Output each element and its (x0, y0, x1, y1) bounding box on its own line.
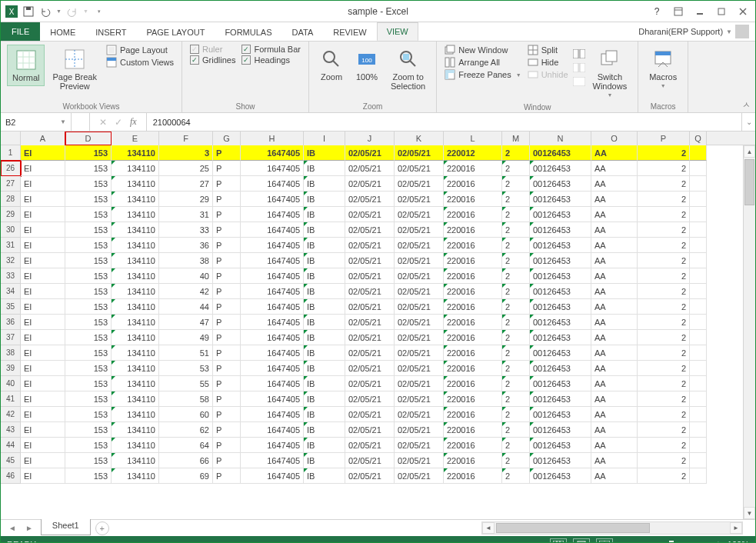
cell[interactable]: 3 (159, 145, 213, 161)
cell[interactable] (690, 407, 707, 422)
account-name[interactable]: Dharani(ERP Support) (638, 27, 723, 36)
cell[interactable]: IB (304, 407, 345, 422)
cell[interactable]: 51 (159, 345, 213, 361)
cell[interactable]: 2 (502, 284, 530, 299)
cell[interactable]: 00126453 (530, 176, 591, 192)
column-header[interactable]: L (444, 132, 502, 145)
cell[interactable]: 02/05/21 (395, 161, 444, 176)
cell[interactable]: 1647405 (241, 330, 304, 345)
cell[interactable]: 62 (159, 422, 213, 438)
cell[interactable]: IB (304, 422, 345, 438)
row-header[interactable]: 43 (1, 422, 21, 438)
cell[interactable]: EI (21, 376, 65, 391)
ruler-checkbox[interactable]: ✓Ruler (188, 45, 237, 54)
cell[interactable]: 2 (638, 145, 690, 161)
cell[interactable]: 1647405 (241, 453, 304, 468)
zoom-in-button[interactable]: + (715, 538, 721, 543)
cell[interactable]: 2 (638, 238, 690, 253)
row-header[interactable]: 41 (1, 391, 21, 407)
cell[interactable]: 134110 (112, 453, 159, 468)
view-page-break-button[interactable] (596, 538, 613, 543)
add-sheet-button[interactable]: + (95, 521, 109, 535)
cell[interactable]: 2 (638, 407, 690, 422)
cell[interactable]: P (213, 330, 241, 345)
cell[interactable]: EI (21, 284, 65, 299)
name-box[interactable]: B2▼ (1, 113, 72, 131)
cell[interactable]: 64 (159, 438, 213, 453)
row-header[interactable]: 30 (1, 222, 21, 238)
cell[interactable]: 2 (502, 453, 530, 468)
column-header[interactable]: J (345, 132, 395, 145)
scroll-left-icon[interactable]: ◄ (482, 522, 495, 534)
cell[interactable]: P (213, 207, 241, 222)
cell[interactable]: IB (304, 145, 345, 161)
cell[interactable]: AA (591, 438, 638, 453)
cell[interactable]: 1647405 (241, 361, 304, 376)
cell[interactable]: 02/05/21 (395, 284, 444, 299)
cell[interactable]: AA (591, 222, 638, 238)
page-break-button[interactable]: Page Break Preview (48, 45, 101, 94)
cell[interactable]: 1647405 (241, 299, 304, 315)
cell[interactable]: 2 (502, 438, 530, 453)
cell[interactable]: 02/05/21 (395, 330, 444, 345)
row-header[interactable]: 39 (1, 361, 21, 376)
cell[interactable]: 02/05/21 (345, 268, 395, 284)
cell[interactable] (690, 330, 707, 345)
cell[interactable]: AA (591, 145, 638, 161)
cell[interactable]: EI (21, 315, 65, 330)
column-header[interactable]: A (21, 132, 65, 145)
cell[interactable]: EI (21, 422, 65, 438)
split-button[interactable]: Split (526, 45, 570, 55)
cell[interactable]: P (213, 176, 241, 192)
cell[interactable]: 02/05/21 (395, 315, 444, 330)
cell[interactable]: 220016 (444, 207, 502, 222)
cell[interactable]: IB (304, 222, 345, 238)
cell[interactable]: 00126453 (530, 161, 591, 176)
cell[interactable]: 42 (159, 284, 213, 299)
cell[interactable] (690, 468, 707, 484)
cell[interactable]: 134110 (112, 422, 159, 438)
cell[interactable]: 1647405 (241, 345, 304, 361)
cell[interactable] (690, 315, 707, 330)
cell[interactable]: 00126453 (530, 222, 591, 238)
cell[interactable]: 2 (502, 361, 530, 376)
cell[interactable]: AA (591, 161, 638, 176)
cell[interactable]: 2 (638, 391, 690, 407)
cell[interactable]: 02/05/21 (395, 422, 444, 438)
row-header[interactable]: 37 (1, 330, 21, 345)
cell[interactable]: P (213, 438, 241, 453)
arrange-all-button[interactable]: Arrange All (443, 57, 522, 68)
collapse-ribbon-icon[interactable]: ㅅ (742, 99, 751, 111)
avatar[interactable] (735, 25, 749, 38)
cell[interactable]: 153 (65, 330, 112, 345)
row-header[interactable]: 32 (1, 253, 21, 268)
new-window-button[interactable]: New Window (443, 45, 522, 55)
cell[interactable]: 02/05/21 (395, 438, 444, 453)
expand-formula-bar-icon[interactable]: ⌄ (741, 113, 755, 131)
cell[interactable]: 60 (159, 407, 213, 422)
cell[interactable]: 2 (502, 207, 530, 222)
cell[interactable]: AA (591, 391, 638, 407)
cell[interactable]: P (213, 284, 241, 299)
cell[interactable]: 1647405 (241, 407, 304, 422)
cell[interactable]: 134110 (112, 207, 159, 222)
cell[interactable]: 134110 (112, 361, 159, 376)
cell[interactable]: 153 (65, 176, 112, 192)
cell[interactable]: 00126453 (530, 438, 591, 453)
cell[interactable]: IB (304, 299, 345, 315)
cell[interactable]: IB (304, 315, 345, 330)
cell[interactable]: 2 (502, 315, 530, 330)
cell[interactable]: 134110 (112, 253, 159, 268)
cell[interactable]: 49 (159, 330, 213, 345)
cell[interactable]: 1647405 (241, 315, 304, 330)
cell[interactable]: 00126453 (530, 407, 591, 422)
cell[interactable]: 134110 (112, 376, 159, 391)
cell[interactable]: 220016 (444, 315, 502, 330)
cell[interactable] (690, 161, 707, 176)
cell[interactable] (690, 268, 707, 284)
row-header[interactable]: 27 (1, 176, 21, 192)
cell[interactable]: EI (21, 407, 65, 422)
cell[interactable] (690, 176, 707, 192)
cell[interactable]: EI (21, 391, 65, 407)
cell[interactable]: 134110 (112, 161, 159, 176)
